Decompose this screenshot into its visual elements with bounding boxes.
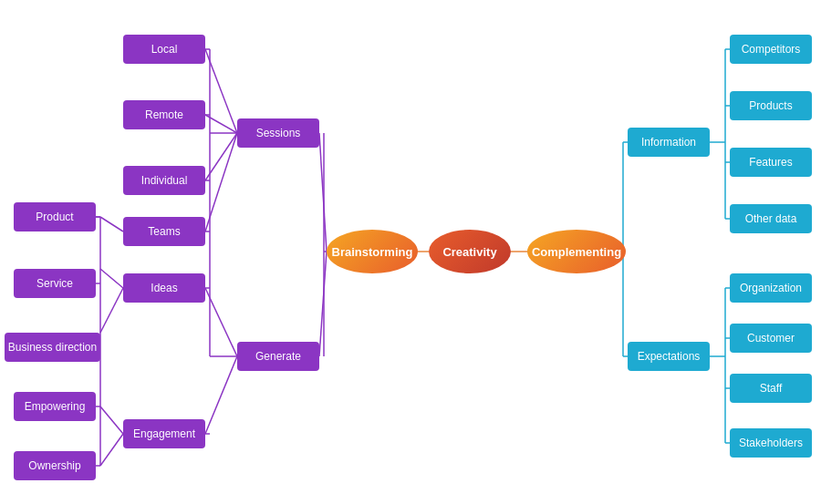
other-data-node: Other data [730,204,812,233]
information-node: Information [628,128,710,157]
sessions-node: Sessions [237,118,319,148]
organization-node: Organization [730,273,812,303]
service-node: Service [14,269,96,298]
svg-line-1 [205,115,237,133]
remote-node: Remote [123,100,205,129]
expectations-node: Expectations [628,342,710,371]
generate-node: Generate [237,342,319,371]
ownership-node: Ownership [14,451,96,480]
svg-line-0 [205,49,237,133]
brainstorming-node: Brainstorming [327,230,418,273]
creativity-node: Creativity [429,230,511,273]
engagement-node: Engagement [123,419,205,448]
teams-node: Teams [123,217,205,246]
svg-line-13 [100,434,123,466]
product-node: Product [14,202,96,231]
svg-line-2 [205,133,237,180]
svg-line-12 [100,406,123,434]
stakeholders-node: Stakeholders [730,428,812,458]
ideas-node: Ideas [123,273,205,303]
svg-line-4 [205,288,237,356]
svg-line-3 [205,133,237,231]
svg-line-9 [100,217,123,231]
customer-node: Customer [730,324,812,353]
svg-line-7 [319,252,327,356]
features-node: Features [730,148,812,177]
local-node: Local [123,35,205,64]
staff-node: Staff [730,374,812,403]
competitors-node: Competitors [730,35,812,64]
individual-node: Individual [123,166,205,195]
svg-line-5 [205,356,237,434]
products-node: Products [730,91,812,120]
empowering-node: Empowering [14,392,96,421]
svg-line-6 [319,133,327,252]
svg-line-10 [100,269,123,288]
svg-line-11 [100,288,123,333]
complementing-node: Complementing [527,230,626,273]
business-direction-node: Business direction [5,333,100,362]
